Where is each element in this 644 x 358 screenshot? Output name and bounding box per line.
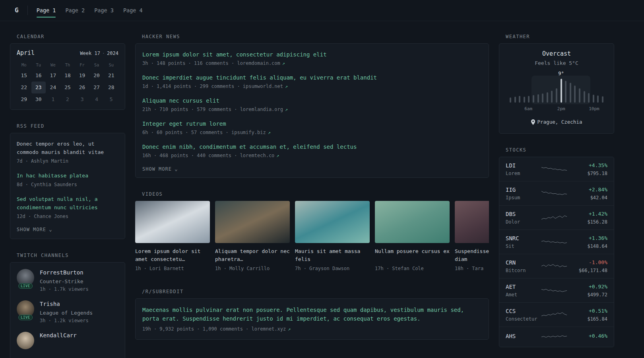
twitch-channel-info: TrishaLeague of Legends3h · 1.2k viewers: [40, 300, 93, 323]
twitch-channel[interactable]: KendallCarr: [17, 332, 118, 349]
twitch-avatar: LIVE: [17, 269, 34, 286]
hn-item-meta: 6h · 60 points · 57 comments · ipsumify.…: [142, 129, 482, 136]
tab-page-3[interactable]: Page 3: [94, 5, 114, 16]
video-title[interactable]: Lorem ipsum dolor sit amet consectetu…: [135, 247, 210, 263]
rss-item-title[interactable]: In hac habitasse platea: [17, 171, 118, 180]
stock-values: +1.42%$156.28: [568, 210, 607, 225]
stocks-section-title: STOCKS: [506, 147, 614, 153]
stock-row[interactable]: DBSDolor+1.42%$156.28: [499, 205, 614, 230]
hn-item-title[interactable]: Integer eget rutrum lorem: [142, 120, 482, 128]
channel-name[interactable]: Trisha: [40, 300, 93, 308]
live-badge: LIVE: [18, 283, 33, 289]
calendar-widget: CALENDAR April Week 17·2024 MoTuWeThFrSa…: [10, 34, 125, 110]
hn-item-title[interactable]: Donec enim nibh, condimentum et accumsan…: [142, 143, 482, 151]
stock-values: +4.35%$795.18: [568, 162, 607, 176]
hackernews-show-more-button[interactable]: SHOW MORE⌄: [142, 166, 482, 172]
channel-name[interactable]: ForrestBurton: [40, 269, 89, 276]
hn-item: Donec imperdiet augue tincidunt felis al…: [142, 74, 482, 90]
calendar-dow-label: Tu: [31, 60, 46, 70]
sparkline-chart: [541, 237, 567, 247]
tab-page-1[interactable]: Page 1: [37, 5, 56, 16]
external-link-icon[interactable]: ↗: [276, 153, 279, 158]
video-meta: 1h · Lori Barnett: [135, 266, 210, 271]
stock-symbol: AET: [506, 283, 541, 290]
stock-name: Consectetur: [506, 316, 541, 322]
calendar-day: 27: [89, 82, 104, 93]
rss-item: Donec tempor eros leo, ut commodo mauris…: [17, 140, 118, 165]
video-card[interactable]: Suspendisse vestibulum diam18h · Tara: [455, 201, 489, 271]
stock-row[interactable]: AHS+0.46%: [499, 327, 614, 347]
video-thumbnail: [455, 201, 489, 243]
stock-price: $795.18: [568, 171, 607, 176]
hn-item-info: 3h · 148 points · 116 comments · loremdo…: [142, 60, 280, 66]
video-title[interactable]: Suspendisse vestibulum diam: [455, 247, 489, 263]
video-card[interactable]: Lorem ipsum dolor sit amet consectetu…1h…: [135, 201, 210, 271]
video-card[interactable]: Nullam posuere cursus ex17h · Stefan Col…: [375, 201, 450, 271]
rss-item-title[interactable]: Donec tempor eros leo, ut commodo mauris…: [17, 140, 118, 156]
weather-bar: [528, 96, 530, 103]
weather-bar: [584, 91, 585, 103]
rss-item-title[interactable]: Sed volutpat nulla nisl, a condimentum n…: [17, 195, 118, 212]
calendar-dow-label: Th: [60, 60, 75, 70]
calendar-day: 3: [75, 93, 89, 105]
hn-item-title[interactable]: Aliquam nec cursus elit: [142, 97, 482, 105]
calendar-day: 4: [89, 93, 104, 105]
calendar-day: 25: [60, 82, 75, 93]
external-link-icon[interactable]: ↗: [268, 130, 271, 135]
video-title[interactable]: Aliquam tempor dolor nec pharetra…: [215, 247, 290, 263]
video-title[interactable]: Nullam posuere cursus ex: [375, 247, 450, 263]
stock-change: +0.51%: [568, 307, 607, 315]
stock-price: $165.84: [568, 316, 607, 322]
video-thumbnail: [295, 201, 370, 243]
external-link-icon[interactable]: ↗: [285, 84, 288, 89]
video-title[interactable]: Mauris sit amet massa felis: [295, 247, 370, 263]
hackernews-card: Lorem ipsum dolor sit amet, consectetur …: [135, 43, 489, 178]
tab-page-2[interactable]: Page 2: [65, 5, 85, 16]
stock-row[interactable]: LDILorem+4.35%$795.18: [499, 157, 614, 181]
calendar-dow-label: Fr: [75, 60, 89, 70]
stock-row[interactable]: CRNBitcorn-1.00%$66,171.48: [499, 254, 614, 278]
weather-bar: [519, 96, 520, 103]
channel-name[interactable]: KendallCarr: [40, 332, 77, 339]
twitch-channel[interactable]: LIVEForrestBurtonCounter-Strike1h · 1.7k…: [17, 269, 118, 292]
weather-location: Prague, Czechia: [531, 119, 582, 125]
tab-page-4[interactable]: Page 4: [123, 5, 143, 16]
stock-row[interactable]: IIGIpsum+2.84%$42.04: [499, 181, 614, 205]
weather-bar: [556, 88, 557, 103]
subreddit-card: Maecenas mollis pulvinar erat non posuer…: [135, 298, 489, 340]
calendar-day: 22: [17, 82, 31, 93]
hn-item-title[interactable]: Donec imperdiet augue tincidunt felis al…: [142, 74, 482, 82]
stock-values: +0.46%: [568, 333, 607, 341]
stock-row[interactable]: SNRCSit+1.36%$148.64: [499, 230, 614, 254]
stock-row[interactable]: CCSConsectetur+0.51%$165.84: [499, 302, 614, 327]
weather-bar: [565, 81, 566, 103]
stock-symbol: CRN: [506, 259, 541, 266]
stock-row[interactable]: AETAmet+0.92%$499.72: [499, 278, 614, 302]
hn-item: Lorem ipsum dolor sit amet, consectetur …: [142, 51, 482, 67]
external-link-icon[interactable]: ↗: [285, 107, 288, 112]
video-card[interactable]: Mauris sit amet massa felis7h · Grayson …: [295, 201, 370, 271]
calendar-card: April Week 17·2024 MoTuWeThFrSaSu1516171…: [10, 43, 125, 110]
stock-symbol: DBS: [506, 210, 541, 218]
stock-price: $156.28: [568, 219, 607, 225]
calendar-month: April: [17, 49, 35, 56]
calendar-separator-dot: ·: [102, 51, 105, 56]
stock-price: $42.04: [568, 195, 607, 200]
weather-bar: [593, 95, 594, 103]
video-card[interactable]: Aliquam tempor dolor nec pharetra…1h · M…: [215, 201, 290, 271]
avatar-image: [17, 332, 34, 349]
channel-game: League of Legends: [40, 309, 93, 317]
rss-show-more-button[interactable]: SHOW MORE⌄: [17, 227, 118, 232]
weather-bar: [579, 88, 580, 103]
calendar-day: 26: [75, 82, 89, 93]
twitch-channel[interactable]: LIVETrishaLeague of Legends3h · 1.2k vie…: [17, 300, 118, 323]
twitch-avatar: [17, 332, 34, 349]
calendar-section-title: CALENDAR: [17, 34, 125, 39]
subreddit-post-title[interactable]: Maecenas mollis pulvinar erat non posuer…: [142, 305, 482, 323]
sparkline-chart: [541, 309, 567, 320]
app-logo[interactable]: G: [10, 6, 28, 15]
hn-item-title[interactable]: Lorem ipsum dolor sit amet, consectetur …: [142, 51, 482, 58]
external-link-icon[interactable]: ↗: [282, 60, 285, 66]
stock-change: +1.42%: [568, 210, 607, 218]
calendar-header: April Week 17·2024: [17, 49, 118, 56]
